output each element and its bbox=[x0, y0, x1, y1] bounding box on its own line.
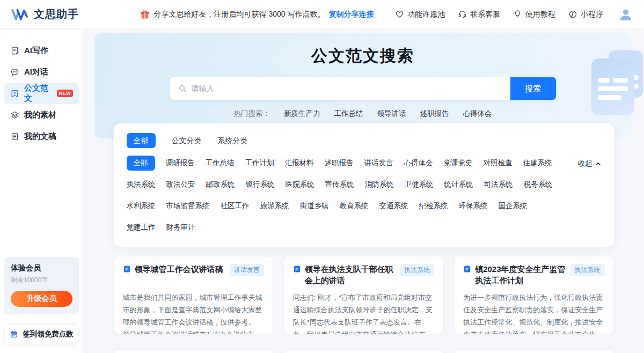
promo-text: 分享文思给好友，注册后均可获得 3000 写作点数。 bbox=[154, 10, 325, 19]
sidebar-item-ai-chat[interactable]: AI对话 bbox=[4, 61, 79, 83]
card-category-badge: 执法系统 bbox=[570, 264, 605, 276]
nav-mini-program[interactable]: 小程序 bbox=[568, 10, 603, 19]
copy-share-link[interactable]: 复制分享连接 bbox=[328, 10, 374, 19]
sidebar-item-label: AI写作 bbox=[24, 46, 48, 56]
document-icon bbox=[123, 265, 131, 273]
collapse-filters-button[interactable]: 收起 bbox=[578, 159, 601, 168]
nav-wish-pool[interactable]: 功能许愿池 bbox=[395, 10, 445, 19]
filter-tag[interactable]: 汇报材料 bbox=[285, 156, 314, 171]
hot-search-row: 热门搜索： 新质生产力工作总结领导讲话述职报告心得体会 bbox=[94, 109, 631, 119]
checkin-label: 签到领免费点数 bbox=[23, 329, 74, 339]
document-card[interactable]: 领导城管工作会议讲话稿 讲话发言 城市是我们共同的家园，城市管理工作事关城市的形… bbox=[114, 256, 273, 334]
card-excerpt: 为进一步规范行政执法行为，强化行政执法责任及安全生产监察职责的落实，保证安全生产… bbox=[463, 291, 604, 334]
upgrade-member-button[interactable]: 升级会员 bbox=[11, 291, 72, 307]
filter-tag[interactable]: 税务系统 bbox=[524, 177, 553, 192]
document-card[interactable]: 领导在执法支队干部任职会上的讲话 执法系统 同志们: 刚才，*宣布了市政府和局党… bbox=[284, 256, 443, 334]
sidebar-bottom: 体验会员 剩余10000字 升级会员 签到领免费点数 bbox=[4, 257, 79, 344]
calendar-icon bbox=[10, 330, 18, 339]
filter-tag[interactable]: 讲话发言 bbox=[364, 156, 393, 171]
user-avatar[interactable] bbox=[618, 7, 633, 22]
filter-tag[interactable]: 对照检查 bbox=[484, 156, 513, 171]
filter-tag[interactable]: 司法系统 bbox=[484, 177, 513, 192]
nav-contact-support[interactable]: 联系客服 bbox=[458, 10, 500, 19]
filter-tag[interactable]: 国企系统 bbox=[499, 198, 528, 214]
document-card[interactable]: 迎接执法巡视工作动员会讲话 执法系统 bbox=[284, 349, 443, 353]
document-sample-icon bbox=[10, 89, 19, 98]
page-title: 公文范文搜索 bbox=[94, 45, 631, 67]
nav-label: 小程序 bbox=[581, 10, 603, 19]
document-card[interactable]: 镇2023年度安全生产监管执法工作计划 执法系统 为进一步规范行政执法行为，强化… bbox=[454, 256, 613, 334]
hot-search-item[interactable]: 新质生产力 bbox=[284, 109, 320, 119]
filter-tag[interactable]: 调研报告 bbox=[166, 156, 195, 171]
sidebar-item-label: AI对话 bbox=[24, 67, 48, 77]
document-icon bbox=[463, 265, 471, 273]
filter-tag[interactable]: 宣传系统 bbox=[325, 177, 354, 192]
membership-card: 体验会员 剩余10000字 升级会员 bbox=[4, 257, 79, 314]
search-button[interactable]: 搜索 bbox=[510, 77, 556, 100]
filter-sub-tags: 全部调研报告工作总结工作计划汇报材料述职报告讲话发言心得体会党课党史对照检查住建… bbox=[127, 156, 601, 235]
sidebar-item-my-drafts[interactable]: 我的文稿 bbox=[4, 126, 79, 147]
filter-tag[interactable]: 邮政系统 bbox=[206, 177, 235, 192]
filter-tag[interactable]: 教育系统 bbox=[340, 198, 369, 214]
hot-search-item[interactable]: 述职报告 bbox=[420, 109, 449, 119]
filter-tag[interactable]: 消防系统 bbox=[365, 177, 394, 192]
filter-tag[interactable]: 党课党史 bbox=[444, 156, 473, 171]
filter-tag[interactable]: 政法公安 bbox=[166, 177, 195, 192]
filter-tag[interactable]: 水利系统 bbox=[127, 198, 156, 214]
top-nav: 功能许愿池 联系客服 使用教程 小程序 bbox=[395, 7, 633, 22]
filter-tag[interactable]: 财务审计 bbox=[166, 220, 195, 235]
app-logo[interactable]: 文思助手 bbox=[11, 7, 118, 21]
new-badge: NEW bbox=[57, 90, 74, 97]
document-card[interactable]: 进一步推进执法公开工作实施方案 执法系统 bbox=[114, 349, 273, 353]
filter-panel: 全部公文分类系统分类 全部调研报告工作总结工作计划汇报材料述职报告讲话发言心得体… bbox=[114, 123, 614, 247]
collapse-label: 收起 bbox=[578, 159, 592, 168]
hot-search-list: 新质生产力工作总结领导讲话述职报告心得体会 bbox=[284, 109, 492, 119]
hot-search-item[interactable]: 心得体会 bbox=[463, 109, 492, 119]
hot-search-item[interactable]: 工作总结 bbox=[334, 109, 363, 119]
filter-tag[interactable]: 卫健系统 bbox=[405, 177, 434, 192]
filter-tag[interactable]: 心得体会 bbox=[404, 156, 433, 171]
filter-tag[interactable]: 工作总结 bbox=[206, 156, 235, 171]
filter-tag[interactable]: 工作计划 bbox=[245, 156, 274, 171]
sidebar-item-document-samples[interactable]: 公文范文 NEW bbox=[4, 83, 79, 104]
filter-tag[interactable]: 交通系统 bbox=[379, 198, 408, 214]
filter-tag[interactable]: 住建系统 bbox=[523, 156, 552, 171]
filter-tag[interactable]: 统计系统 bbox=[444, 177, 473, 192]
document-icon bbox=[293, 265, 301, 273]
filter-tag[interactable]: 街道乡镇 bbox=[300, 198, 329, 214]
filter-tag[interactable]: 党建工作 bbox=[127, 220, 156, 235]
search-bar: 搜索 bbox=[170, 77, 556, 100]
checkin-points-button[interactable]: 签到领免费点数 bbox=[4, 324, 79, 344]
filter-tag[interactable]: 社区工作 bbox=[221, 198, 250, 214]
filter-tag[interactable]: 医院系统 bbox=[286, 177, 314, 192]
filter-tag[interactable]: 述职报告 bbox=[325, 156, 354, 171]
hot-search-item[interactable]: 领导讲话 bbox=[377, 109, 406, 119]
filter-top-tabs: 全部公文分类系统分类 bbox=[127, 133, 601, 148]
nav-label: 功能许愿池 bbox=[407, 10, 445, 19]
logo-w-icon bbox=[11, 8, 29, 21]
ai-writing-icon bbox=[10, 46, 19, 55]
sidebar-menu: AI写作 AI对话 公文范文 NEW 我的素材 我的文稿 bbox=[4, 40, 79, 147]
filter-tag[interactable]: 旅游系统 bbox=[260, 198, 289, 214]
filter-tag[interactable]: 环保系统 bbox=[459, 198, 488, 214]
result-card-grid: 领导城管工作会议讲话稿 讲话发言 城市是我们共同的家园，城市管理工作事关城市的形… bbox=[114, 256, 614, 353]
document-card[interactable]: 调研材料：监督执法规范化的几点 执法系统 bbox=[454, 349, 613, 353]
filter-tag[interactable]: 全部 bbox=[127, 156, 155, 171]
filter-category-tab[interactable]: 系统分类 bbox=[218, 133, 248, 148]
card-header: 镇2023年度安全生产监管执法工作计划 执法系统 bbox=[463, 263, 604, 289]
card-header: 领导在执法支队干部任职会上的讲话 执法系统 bbox=[293, 263, 434, 289]
filter-tag[interactable]: 纪检系统 bbox=[419, 198, 448, 214]
filter-category-tab[interactable]: 公文分类 bbox=[172, 133, 202, 148]
filter-tag[interactable]: 银行系统 bbox=[246, 177, 275, 192]
nav-tutorial[interactable]: 使用教程 bbox=[513, 10, 555, 19]
sidebar-item-ai-writing[interactable]: AI写作 bbox=[4, 40, 79, 61]
miniprogram-icon bbox=[568, 10, 577, 19]
filter-tag[interactable]: 市场监督系统 bbox=[166, 198, 210, 214]
filter-tag[interactable]: 执法系统 bbox=[127, 177, 156, 192]
avatar-person-icon bbox=[618, 7, 633, 22]
filter-category-tab[interactable]: 全部 bbox=[127, 133, 156, 148]
sidebar-item-my-materials[interactable]: 我的素材 bbox=[4, 104, 79, 126]
search-input[interactable] bbox=[192, 84, 502, 93]
card-excerpt: 同志们: 刚才，*宣布了市政府和局党组对市交通运输综合执法支队领导班子的任职决定… bbox=[293, 291, 434, 334]
promo-banner: 分享文思给好友，注册后均可获得 3000 写作点数。 复制分享连接 bbox=[118, 9, 395, 20]
